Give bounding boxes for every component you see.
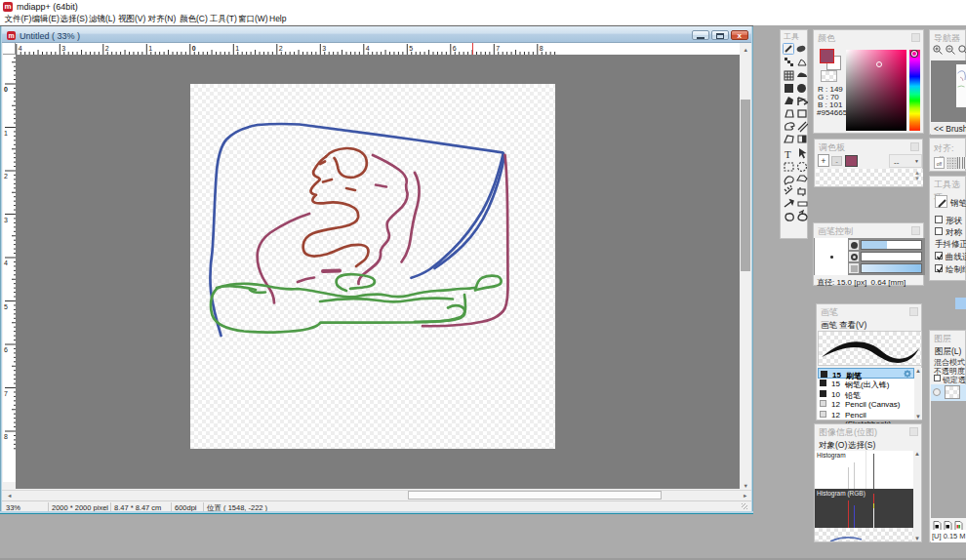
svg-text:0: 0 xyxy=(4,86,8,93)
svg-text:6: 6 xyxy=(453,45,457,52)
svg-text:4: 4 xyxy=(4,260,8,266)
svg-text:5: 5 xyxy=(409,45,413,52)
svg-text:8: 8 xyxy=(540,45,543,52)
svg-text:3: 3 xyxy=(4,217,8,223)
svg-text:1: 1 xyxy=(148,45,152,52)
svg-text:5: 5 xyxy=(4,303,8,310)
svg-text:0: 0 xyxy=(192,45,196,52)
svg-text:6: 6 xyxy=(4,346,8,353)
svg-text:7: 7 xyxy=(496,45,500,52)
svg-text:3: 3 xyxy=(61,45,65,52)
svg-text:1: 1 xyxy=(235,45,239,52)
svg-text:T: T xyxy=(785,148,791,160)
svg-text:4: 4 xyxy=(19,45,22,52)
svg-text:2: 2 xyxy=(279,45,283,52)
svg-text:4: 4 xyxy=(366,45,370,52)
svg-text:2: 2 xyxy=(105,45,109,52)
svg-text:7: 7 xyxy=(4,390,8,397)
svg-text:8: 8 xyxy=(4,433,8,440)
svg-text:3: 3 xyxy=(322,45,326,52)
svg-text:1: 1 xyxy=(4,130,8,137)
svg-text:2: 2 xyxy=(4,173,8,180)
